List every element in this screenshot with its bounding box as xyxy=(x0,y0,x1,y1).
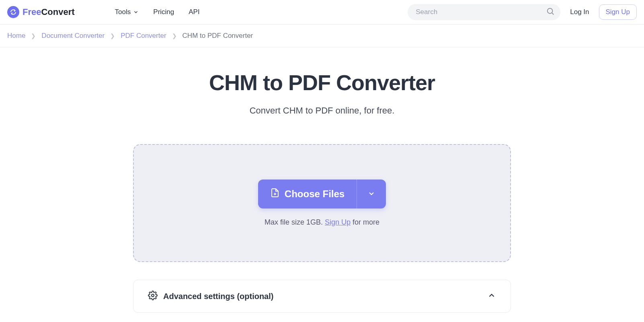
svg-point-4 xyxy=(152,294,154,297)
header-right: Log In Sign Up xyxy=(408,4,637,20)
note-pre: Max file size 1GB. xyxy=(265,218,325,226)
choose-files-dropdown[interactable] xyxy=(357,180,386,208)
nav-tools[interactable]: Tools xyxy=(115,8,139,16)
chevron-right-icon: ❯ xyxy=(110,33,115,39)
advanced-settings-toggle[interactable]: Advanced settings (optional) xyxy=(133,280,511,313)
breadcrumb-current: CHM to PDF Converter xyxy=(183,32,253,40)
file-dropzone[interactable]: Choose Files Max file size 1GB. Sign Up … xyxy=(133,144,511,262)
choose-files-label: Choose Files xyxy=(285,188,345,200)
logo[interactable]: FreeConvert xyxy=(7,6,75,18)
page-subtitle: Convert CHM to PDF online, for free. xyxy=(8,105,636,116)
advanced-left: Advanced settings (optional) xyxy=(148,291,273,302)
main-content: CHM to PDF Converter Convert CHM to PDF … xyxy=(0,47,644,313)
signup-link-inline[interactable]: Sign Up xyxy=(325,218,351,226)
svg-line-1 xyxy=(552,13,554,14)
logo-icon xyxy=(7,6,19,18)
main-nav: Tools Pricing API xyxy=(115,8,200,16)
breadcrumb-document-converter[interactable]: Document Converter xyxy=(41,32,105,40)
breadcrumb-pdf-converter[interactable]: PDF Converter xyxy=(121,32,166,40)
file-size-note: Max file size 1GB. Sign Up for more xyxy=(142,218,502,227)
search-icon[interactable] xyxy=(546,7,555,17)
gear-icon xyxy=(148,291,158,302)
chevron-down-icon xyxy=(133,9,139,15)
file-add-icon xyxy=(270,188,280,200)
search-input[interactable] xyxy=(416,8,542,16)
chevron-right-icon: ❯ xyxy=(31,33,36,39)
signup-button[interactable]: Sign Up xyxy=(599,4,637,20)
choose-files-group: Choose Files xyxy=(258,180,386,208)
chevron-down-icon xyxy=(367,190,375,199)
login-link[interactable]: Log In xyxy=(570,8,589,16)
choose-files-button[interactable]: Choose Files xyxy=(258,180,357,208)
logo-text: FreeConvert xyxy=(23,7,75,17)
page-title: CHM to PDF Converter xyxy=(8,70,636,95)
nav-api[interactable]: API xyxy=(189,8,199,16)
nav-tools-label: Tools xyxy=(115,8,131,16)
breadcrumb-home[interactable]: Home xyxy=(7,32,25,40)
note-post: for more xyxy=(351,218,379,226)
header-left: FreeConvert Tools Pricing API xyxy=(7,6,200,18)
breadcrumb: Home ❯ Document Converter ❯ PDF Converte… xyxy=(0,25,644,47)
search-field[interactable] xyxy=(408,4,560,20)
svg-point-0 xyxy=(548,8,553,14)
chevron-up-icon xyxy=(487,291,496,301)
advanced-settings-label: Advanced settings (optional) xyxy=(163,292,273,301)
chevron-right-icon: ❯ xyxy=(172,33,177,39)
nav-pricing[interactable]: Pricing xyxy=(153,8,174,16)
header: FreeConvert Tools Pricing API Log In Sig… xyxy=(0,0,644,25)
